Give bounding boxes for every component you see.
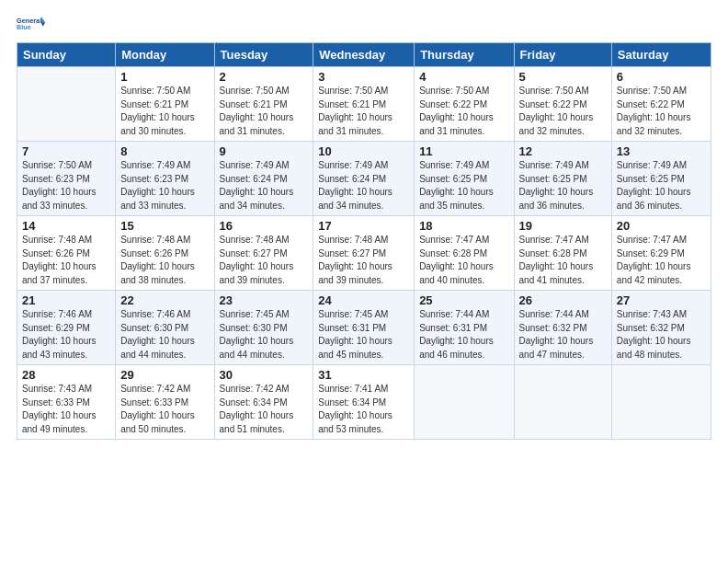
calendar-page: GeneralBlue SundayMondayTuesdayWednesday…: [0, 0, 728, 563]
day-number: 27: [617, 293, 706, 307]
weekday-header-monday: Monday: [116, 43, 214, 67]
calendar-cell: 3Sunrise: 7:50 AM Sunset: 6:21 PM Daylig…: [313, 67, 415, 142]
day-info: Sunrise: 7:43 AM Sunset: 6:33 PM Dayligh…: [22, 383, 110, 436]
day-number: 8: [120, 144, 209, 158]
calendar-cell: 23Sunrise: 7:45 AM Sunset: 6:30 PM Dayli…: [214, 291, 313, 365]
day-number: 30: [220, 368, 309, 382]
day-info: Sunrise: 7:50 AM Sunset: 6:21 PM Dayligh…: [120, 85, 209, 138]
svg-text:Blue: Blue: [17, 23, 31, 31]
day-number: 14: [22, 219, 110, 233]
day-info: Sunrise: 7:47 AM Sunset: 6:28 PM Dayligh…: [519, 234, 607, 287]
weekday-header-tuesday: Tuesday: [214, 43, 313, 67]
week-row-5: 28Sunrise: 7:43 AM Sunset: 6:33 PM Dayli…: [17, 365, 711, 440]
day-info: Sunrise: 7:49 AM Sunset: 6:24 PM Dayligh…: [318, 159, 409, 213]
calendar-cell: [415, 365, 514, 440]
calendar-table: SundayMondayTuesdayWednesdayThursdayFrid…: [17, 42, 711, 440]
calendar-cell: [611, 365, 711, 440]
calendar-cell: 16Sunrise: 7:48 AM Sunset: 6:27 PM Dayli…: [214, 216, 313, 291]
day-info: Sunrise: 7:49 AM Sunset: 6:25 PM Dayligh…: [419, 159, 508, 213]
day-number: 23: [220, 293, 309, 307]
weekday-header-thursday: Thursday: [415, 43, 514, 67]
day-info: Sunrise: 7:50 AM Sunset: 6:22 PM Dayligh…: [617, 85, 706, 138]
day-info: Sunrise: 7:50 AM Sunset: 6:21 PM Dayligh…: [220, 85, 309, 138]
calendar-cell: 26Sunrise: 7:44 AM Sunset: 6:32 PM Dayli…: [514, 291, 611, 365]
day-info: Sunrise: 7:46 AM Sunset: 6:30 PM Dayligh…: [120, 308, 209, 362]
day-info: Sunrise: 7:42 AM Sunset: 6:33 PM Dayligh…: [120, 383, 209, 436]
calendar-cell: 11Sunrise: 7:49 AM Sunset: 6:25 PM Dayli…: [415, 142, 514, 216]
day-info: Sunrise: 7:46 AM Sunset: 6:29 PM Dayligh…: [22, 308, 110, 362]
weekday-header-wednesday: Wednesday: [313, 43, 415, 67]
day-info: Sunrise: 7:48 AM Sunset: 6:27 PM Dayligh…: [220, 234, 309, 287]
day-number: 24: [318, 293, 409, 307]
calendar-cell: 19Sunrise: 7:47 AM Sunset: 6:28 PM Dayli…: [514, 216, 611, 291]
day-number: 11: [419, 144, 508, 158]
day-number: 2: [220, 70, 309, 84]
calendar-cell: 31Sunrise: 7:41 AM Sunset: 6:34 PM Dayli…: [313, 365, 415, 440]
calendar-cell: 24Sunrise: 7:45 AM Sunset: 6:31 PM Dayli…: [313, 291, 415, 365]
calendar-cell: 28Sunrise: 7:43 AM Sunset: 6:33 PM Dayli…: [17, 365, 116, 440]
week-row-4: 21Sunrise: 7:46 AM Sunset: 6:29 PM Dayli…: [17, 291, 711, 365]
day-info: Sunrise: 7:43 AM Sunset: 6:32 PM Dayligh…: [617, 308, 706, 362]
header: GeneralBlue: [17, 9, 711, 39]
day-number: 15: [120, 219, 209, 233]
calendar-cell: 25Sunrise: 7:44 AM Sunset: 6:31 PM Dayli…: [415, 291, 514, 365]
calendar-cell: 10Sunrise: 7:49 AM Sunset: 6:24 PM Dayli…: [313, 142, 415, 216]
day-number: 4: [419, 70, 508, 84]
day-info: Sunrise: 7:44 AM Sunset: 6:32 PM Dayligh…: [519, 308, 607, 362]
day-info: Sunrise: 7:47 AM Sunset: 6:29 PM Dayligh…: [617, 234, 706, 287]
day-number: 3: [318, 70, 409, 84]
day-info: Sunrise: 7:50 AM Sunset: 6:22 PM Dayligh…: [419, 85, 508, 138]
day-info: Sunrise: 7:49 AM Sunset: 6:24 PM Dayligh…: [220, 159, 309, 213]
day-number: 9: [220, 144, 309, 158]
day-number: 20: [617, 219, 706, 233]
calendar-cell: [17, 67, 116, 142]
calendar-cell: 8Sunrise: 7:49 AM Sunset: 6:23 PM Daylig…: [116, 142, 214, 216]
calendar-cell: 5Sunrise: 7:50 AM Sunset: 6:22 PM Daylig…: [514, 67, 611, 142]
calendar-cell: 30Sunrise: 7:42 AM Sunset: 6:34 PM Dayli…: [214, 365, 313, 440]
calendar-cell: [514, 365, 611, 440]
day-number: 19: [519, 219, 607, 233]
weekday-header-sunday: Sunday: [17, 43, 116, 67]
day-number: 16: [220, 219, 309, 233]
logo-icon: GeneralBlue: [17, 9, 46, 39]
calendar-cell: 29Sunrise: 7:42 AM Sunset: 6:33 PM Dayli…: [116, 365, 214, 440]
day-info: Sunrise: 7:42 AM Sunset: 6:34 PM Dayligh…: [220, 383, 309, 436]
calendar-cell: 15Sunrise: 7:48 AM Sunset: 6:26 PM Dayli…: [116, 216, 214, 291]
weekday-header-saturday: Saturday: [611, 43, 711, 67]
day-info: Sunrise: 7:41 AM Sunset: 6:34 PM Dayligh…: [318, 383, 409, 436]
day-info: Sunrise: 7:47 AM Sunset: 6:28 PM Dayligh…: [419, 234, 508, 287]
day-info: Sunrise: 7:49 AM Sunset: 6:25 PM Dayligh…: [617, 159, 706, 213]
day-number: 1: [120, 70, 209, 84]
svg-marker-2: [41, 17, 46, 22]
logo: GeneralBlue: [17, 9, 46, 39]
day-number: 5: [519, 70, 607, 84]
week-row-2: 7Sunrise: 7:50 AM Sunset: 6:23 PM Daylig…: [17, 142, 711, 216]
weekday-header-friday: Friday: [514, 43, 611, 67]
day-info: Sunrise: 7:44 AM Sunset: 6:31 PM Dayligh…: [419, 308, 508, 362]
day-info: Sunrise: 7:50 AM Sunset: 6:23 PM Dayligh…: [22, 159, 110, 213]
calendar-cell: 27Sunrise: 7:43 AM Sunset: 6:32 PM Dayli…: [611, 291, 711, 365]
calendar-cell: 21Sunrise: 7:46 AM Sunset: 6:29 PM Dayli…: [17, 291, 116, 365]
day-number: 25: [419, 293, 508, 307]
day-info: Sunrise: 7:49 AM Sunset: 6:23 PM Dayligh…: [120, 159, 209, 213]
day-number: 22: [120, 293, 209, 307]
day-info: Sunrise: 7:48 AM Sunset: 6:27 PM Dayligh…: [318, 234, 409, 287]
calendar-cell: 20Sunrise: 7:47 AM Sunset: 6:29 PM Dayli…: [611, 216, 711, 291]
day-number: 21: [22, 293, 110, 307]
calendar-cell: 17Sunrise: 7:48 AM Sunset: 6:27 PM Dayli…: [313, 216, 415, 291]
calendar-cell: 2Sunrise: 7:50 AM Sunset: 6:21 PM Daylig…: [214, 67, 313, 142]
week-row-1: 1Sunrise: 7:50 AM Sunset: 6:21 PM Daylig…: [17, 67, 711, 142]
calendar-cell: 4Sunrise: 7:50 AM Sunset: 6:22 PM Daylig…: [415, 67, 514, 142]
week-row-3: 14Sunrise: 7:48 AM Sunset: 6:26 PM Dayli…: [17, 216, 711, 291]
day-info: Sunrise: 7:50 AM Sunset: 6:22 PM Dayligh…: [519, 85, 607, 138]
day-info: Sunrise: 7:48 AM Sunset: 6:26 PM Dayligh…: [22, 234, 110, 287]
calendar-cell: 9Sunrise: 7:49 AM Sunset: 6:24 PM Daylig…: [214, 142, 313, 216]
day-number: 12: [519, 144, 607, 158]
day-number: 13: [617, 144, 706, 158]
day-info: Sunrise: 7:45 AM Sunset: 6:31 PM Dayligh…: [318, 308, 409, 362]
day-number: 18: [419, 219, 508, 233]
calendar-cell: 12Sunrise: 7:49 AM Sunset: 6:25 PM Dayli…: [514, 142, 611, 216]
day-info: Sunrise: 7:50 AM Sunset: 6:21 PM Dayligh…: [318, 85, 409, 138]
day-number: 7: [22, 144, 110, 158]
calendar-cell: 13Sunrise: 7:49 AM Sunset: 6:25 PM Dayli…: [611, 142, 711, 216]
